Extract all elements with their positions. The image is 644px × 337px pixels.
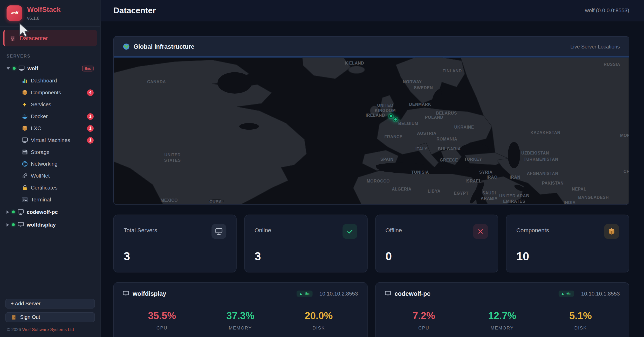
- add-server-label: + Add Server: [11, 301, 40, 306]
- metric-label: DISK: [279, 325, 358, 330]
- caret-icon[interactable]: [6, 210, 9, 214]
- stat-value: 3: [124, 250, 226, 263]
- sidebar-item-datacenter[interactable]: Datacenter: [3, 30, 97, 46]
- map-country-label: TUNISIA: [411, 170, 429, 175]
- metric-memory: 37.3%MEMORY: [201, 310, 279, 331]
- sidebar-item-storage[interactable]: Storage: [0, 146, 100, 158]
- map-country-label: PAKISTAN: [542, 180, 564, 186]
- map-country-label: RUSSIA: [604, 62, 620, 67]
- server-location-marker[interactable]: [393, 117, 398, 122]
- stat-card-total-servers: Total Servers3: [113, 215, 236, 272]
- server-card-wolfdisplay[interactable]: wolfdisplay▲ 0m10.10.10.2:855335.5%CPU37…: [113, 282, 367, 337]
- monitor-icon: [385, 291, 391, 297]
- box-icon: [604, 224, 619, 239]
- server-node-wolf[interactable]: wolfthis: [0, 62, 100, 75]
- map-country-label: ALGERIA: [392, 186, 412, 192]
- world-map[interactable]: CANADAICELANDNORWAYSWEDENFINLANDRUSSIAUN…: [114, 58, 629, 205]
- lock-icon: [22, 185, 28, 191]
- sign-out-label: Sign Out: [20, 314, 40, 320]
- sidebar-item-label: Certificates: [31, 185, 58, 191]
- monitor-icon: [18, 209, 24, 215]
- server-location-marker[interactable]: [389, 114, 393, 118]
- map-country-label: NEPAL: [572, 186, 586, 192]
- stat-value: 0: [386, 250, 488, 263]
- monitor-icon: [22, 137, 28, 143]
- sidebar-item-certificates[interactable]: Certificates: [0, 182, 100, 194]
- monitor-icon: [123, 291, 129, 297]
- count-badge: 1: [87, 113, 94, 120]
- monitor-icon: [18, 222, 24, 228]
- server-node-wolfdisplay[interactable]: wolfdisplay: [0, 218, 100, 231]
- server-tree: wolfthisDashboardComponents4ServicesDock…: [0, 62, 100, 231]
- map-country-label: SPAIN: [380, 157, 393, 162]
- map-country-label: FINLAND: [443, 68, 462, 74]
- count-badge: 4: [87, 89, 94, 96]
- brand: wolf WolfStack v6.1.8: [0, 0, 100, 27]
- map-country-label: CUBA: [209, 199, 222, 204]
- sidebar-item-label: Virtual Machines: [31, 137, 70, 143]
- metric-cpu: 7.2%CPU: [385, 310, 463, 331]
- globe-icon: [22, 161, 28, 167]
- app-root: wolf WolfStack v6.1.8 Datacenter SERVERS…: [0, 0, 644, 337]
- sidebar-item-services[interactable]: Services: [0, 99, 100, 110]
- map-country-label: NORWAY: [403, 79, 422, 85]
- map-labels-layer: CANADAICELANDNORWAYSWEDENFINLANDRUSSIAUN…: [114, 58, 629, 205]
- sidebar-item-virtual-machines[interactable]: Virtual Machines1: [0, 134, 100, 146]
- copyright: © 2026 Wolf Software Systems Ltd: [5, 326, 95, 332]
- metric-label: MEMORY: [463, 325, 541, 330]
- metric-disk: 5.1%DISK: [542, 310, 620, 331]
- server-cards-row: wolfdisplay▲ 0m10.10.10.2:855335.5%CPU37…: [113, 282, 629, 337]
- main-area: Datacenter wolf (0.0.0.0:8553) Global In…: [101, 0, 644, 337]
- sidebar-item-networking[interactable]: Networking: [0, 158, 100, 170]
- map-country-label: MOROCCO: [367, 178, 390, 184]
- sidebar-footer: + Add Server Sign Out © 2026 Wolf Softwa…: [0, 294, 100, 337]
- sidebar-item-label: Dashboard: [31, 78, 57, 84]
- copyright-year: © 2026: [7, 327, 22, 332]
- metric-memory: 12.7%MEMORY: [463, 310, 541, 331]
- stats-row: Total Servers3Online3Offline0Components1…: [113, 215, 629, 272]
- sidebar-item-dashboard[interactable]: Dashboard: [0, 75, 100, 87]
- stat-value: 3: [255, 250, 357, 263]
- map-country-label: POLAND: [425, 115, 443, 120]
- stat-label: Offline: [386, 224, 402, 233]
- box-icon: [22, 125, 28, 131]
- map-country-label: AUSTRIA: [417, 131, 436, 136]
- uptime-badge: ▲ 0m: [297, 291, 312, 297]
- global-infrastructure-card: Global Infrastructure Live Server Locati…: [113, 36, 629, 205]
- server-card-codewolf-pc[interactable]: codewolf-pc▲ 0m10.10.10.1:85537.2%CPU12.…: [375, 282, 629, 337]
- app-logo-text: wolf: [11, 11, 18, 15]
- sidebar-item-terminal[interactable]: Terminal: [0, 194, 100, 206]
- map-country-label: SAUDI ARABIA: [481, 190, 498, 201]
- map-country-label: UNITED KINGDOM: [375, 103, 396, 113]
- sidebar-item-label: Docker: [31, 113, 48, 120]
- caret-icon[interactable]: [6, 223, 9, 226]
- sidebar-item-label: WolfNet: [31, 173, 50, 179]
- sidebar: wolf WolfStack v6.1.8 Datacenter SERVERS…: [0, 0, 101, 337]
- map-country-label: KAZAKHSTAN: [531, 130, 560, 135]
- server-node-codewolf-pc[interactable]: codewolf-pc: [0, 206, 100, 218]
- metric-value: 5.1%: [542, 310, 620, 322]
- sidebar-item-lxc[interactable]: LXC1: [0, 122, 100, 134]
- sidebar-item-components[interactable]: Components4: [0, 87, 100, 99]
- online-status-dot: [12, 223, 15, 226]
- sidebar-item-docker[interactable]: Docker1: [0, 110, 100, 122]
- stat-card-components: Components10: [506, 215, 629, 272]
- sidebar-item-label: Components: [31, 89, 61, 96]
- globe-emoji-icon: [123, 43, 130, 50]
- map-country-label: AFGHANISTAN: [527, 171, 558, 176]
- sign-out-button[interactable]: Sign Out: [5, 312, 95, 322]
- map-card-header: Global Infrastructure Live Server Locati…: [114, 37, 629, 58]
- stat-card-online: Online3: [244, 215, 367, 272]
- xmark-icon: [473, 224, 488, 239]
- map-country-label: UNITED ARAB EMIRATES: [499, 193, 529, 204]
- metric-value: 7.2%: [385, 310, 463, 322]
- check-icon: [342, 224, 357, 239]
- map-country-label: UZBEKISTAN: [521, 150, 549, 156]
- server-address: 10.10.10.2:8553: [319, 291, 358, 297]
- metric-value: 37.3%: [201, 310, 279, 322]
- caret-icon[interactable]: [6, 67, 10, 69]
- box-icon: [22, 89, 28, 96]
- map-country-label: IRAN: [510, 175, 520, 180]
- sidebar-item-wolfnet[interactable]: WolfNet: [0, 170, 100, 182]
- add-server-button[interactable]: + Add Server: [5, 299, 95, 308]
